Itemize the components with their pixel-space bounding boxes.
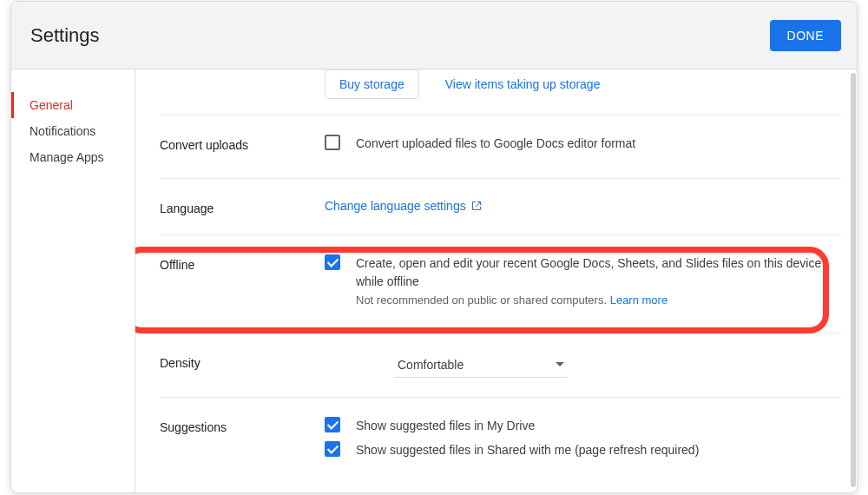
settings-dialog: Settings DONE General Notifications Mana…: [10, 1, 858, 493]
convert-uploads-label: Convert uploaded files to Google Docs ed…: [356, 135, 635, 152]
density-row: Density Comfortable: [160, 333, 841, 398]
offline-checkbox[interactable]: [325, 254, 340, 270]
storage-row: Buy storage View items taking up storage: [160, 69, 841, 116]
settings-content: Buy storage View items taking up storage…: [135, 69, 857, 492]
row-title: Offline: [160, 254, 325, 314]
sidebar-item-notifications[interactable]: Notifications: [11, 118, 135, 144]
language-row: Language Change language settings: [160, 179, 841, 235]
convert-uploads-checkbox[interactable]: [325, 135, 340, 150]
row-title: Convert uploads: [160, 135, 325, 159]
sidebar-item-label: Manage Apps: [30, 150, 104, 164]
suggestions-row: Suggestions Show suggested files in My D…: [160, 398, 841, 485]
buy-storage-button[interactable]: Buy storage: [325, 69, 419, 99]
sidebar-item-label: General: [30, 98, 73, 112]
view-storage-link[interactable]: View items taking up storage: [445, 77, 601, 91]
row-title: Suggestions: [160, 417, 325, 466]
row-title: Language: [160, 198, 325, 215]
offline-row: Offline Create, open and edit your recen…: [160, 235, 841, 333]
dialog-header: Settings DONE: [11, 2, 857, 69]
learn-more-link[interactable]: Learn more: [610, 294, 667, 307]
page-title: Settings: [30, 24, 100, 47]
chevron-down-icon: [556, 362, 564, 366]
done-button[interactable]: DONE: [770, 20, 841, 51]
density-value: Comfortable: [398, 358, 464, 372]
row-title: Density: [160, 353, 325, 378]
link-label: Change language settings: [325, 199, 466, 213]
change-language-link[interactable]: Change language settings: [325, 199, 482, 213]
dialog-body: General Notifications Manage Apps Buy st…: [11, 69, 857, 492]
suggested-shared-label: Show suggested files in Shared with me (…: [356, 441, 699, 459]
convert-uploads-row: Convert uploads Convert uploaded files t…: [160, 116, 841, 179]
offline-hint: Not recommended on public or shared comp…: [356, 294, 841, 307]
sidebar-item-label: Notifications: [30, 124, 95, 138]
density-select[interactable]: Comfortable: [394, 353, 568, 378]
external-link-icon: [471, 201, 482, 211]
scrollbar[interactable]: [851, 73, 856, 487]
offline-label: Create, open and edit your recent Google…: [356, 254, 841, 290]
suggested-mydrive-checkbox[interactable]: [325, 417, 340, 432]
suggested-shared-checkbox[interactable]: [325, 441, 340, 457]
sidebar-item-manage-apps[interactable]: Manage Apps: [11, 144, 135, 170]
offline-hint-text: Not recommended on public or shared comp…: [356, 294, 607, 307]
suggested-mydrive-label: Show suggested files in My Drive: [356, 417, 535, 434]
sidebar: General Notifications Manage Apps: [11, 69, 135, 492]
sidebar-item-general[interactable]: General: [11, 92, 135, 118]
